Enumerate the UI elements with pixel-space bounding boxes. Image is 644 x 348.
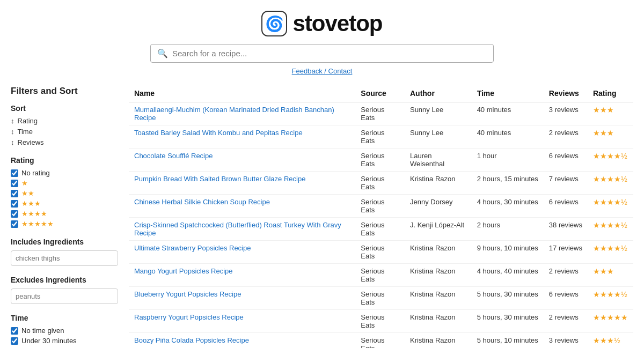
col-author[interactable]: Author (405, 86, 472, 102)
sort-time-arrow: ↕ (11, 128, 14, 136)
recipe-time: 9 hours, 10 minutes (472, 241, 544, 264)
recipe-link[interactable]: Pumpkin Bread With Salted Brown Butter G… (134, 175, 305, 183)
recipe-author: Sunny Lee (405, 102, 472, 125)
recipe-reviews: 2 reviews (544, 310, 588, 333)
rating-1star: ★ (11, 179, 118, 187)
table-row: Pumpkin Bread With Salted Brown Butter G… (129, 172, 633, 195)
sort-time-label: Time (18, 128, 33, 136)
recipe-rating: ★★★★★ (588, 310, 633, 333)
rating-no-rating-checkbox[interactable] (11, 169, 18, 177)
col-name[interactable]: Name (129, 86, 355, 102)
recipes-table: Name Source Author Time Reviews Rating M… (129, 86, 633, 348)
recipe-author: Kristina Razon (405, 172, 472, 195)
rating-2star-stars: ★★ (21, 189, 34, 197)
col-rating[interactable]: Rating (588, 86, 633, 102)
time-no-time-checkbox[interactable] (11, 327, 18, 335)
header: 🌀 stovetop 🔍 Feedback / Contact (0, 0, 644, 80)
recipe-rating: ★★★ (588, 125, 633, 149)
rating-filter-section: Rating No rating ★ ★★ ★★★ ★★★★ (11, 156, 118, 228)
recipe-time: 5 hours, 30 minutes (472, 310, 544, 333)
sort-rating[interactable]: ↕ Rating (11, 117, 118, 125)
sort-reviews-label: Reviews (18, 138, 44, 146)
sort-reviews-arrow: ↕ (11, 138, 14, 146)
recipe-author: J. Kenji López-Alt (405, 218, 472, 241)
recipe-reviews: 6 reviews (544, 195, 588, 218)
recipe-link[interactable]: Chocolate Soufflé Recipe (134, 152, 213, 160)
recipe-rating: ★★★★½ (588, 172, 633, 195)
recipes-table-container: Name Source Author Time Reviews Rating M… (129, 86, 633, 348)
recipe-link[interactable]: Chinese Herbal Silkie Chicken Soup Recip… (134, 198, 270, 206)
recipe-rating: ★★★★½ (588, 218, 633, 241)
rating-filter-label: Rating (11, 156, 118, 165)
recipe-link[interactable]: Toasted Barley Salad With Kombu and Pepi… (134, 129, 303, 137)
recipe-rating: ★★★ (588, 102, 633, 125)
rating-3star-checkbox[interactable] (11, 200, 18, 208)
excludes-section: Excludes Ingredients (11, 276, 118, 304)
rating-3star-stars: ★★★ (21, 199, 41, 208)
time-section: Time No time given Under 30 minutes (11, 314, 118, 345)
recipe-link[interactable]: Blueberry Yogurt Popsicles Recipe (134, 290, 241, 298)
col-time[interactable]: Time (472, 86, 544, 102)
recipe-reviews: 6 reviews (544, 287, 588, 310)
recipe-source: Serious Eats (355, 333, 405, 349)
rating-1star-stars: ★ (21, 179, 28, 187)
sidebar: Filters and Sort Sort ↕ Rating ↕ Time ↕ … (11, 86, 129, 348)
recipe-author: Kristina Razon (405, 333, 472, 349)
table-row: Crisp-Skinned Spatchcocked (Butterflied)… (129, 218, 633, 241)
recipe-rating: ★★★★½ (588, 149, 633, 172)
sort-time[interactable]: ↕ Time (11, 128, 118, 136)
recipe-link[interactable]: Boozy Piña Colada Popsicles Recipe (134, 336, 249, 344)
rating-4star-checkbox[interactable] (11, 210, 18, 218)
sort-section: Sort ↕ Rating ↕ Time ↕ Reviews (11, 104, 118, 146)
rating-1star-checkbox[interactable] (11, 180, 18, 187)
search-input[interactable] (172, 49, 487, 58)
search-icon: 🔍 (157, 48, 168, 58)
time-under-30: Under 30 minutes (11, 337, 118, 345)
recipe-reviews: 2 reviews (544, 264, 588, 287)
recipe-link[interactable]: Mumallaengi-Muchim (Korean Marinated Dri… (134, 106, 334, 122)
recipe-source: Serious Eats (355, 102, 405, 125)
excludes-input[interactable] (11, 288, 118, 304)
recipe-rating: ★★★½ (588, 333, 633, 349)
recipe-link[interactable]: Crisp-Skinned Spatchcocked (Butterflied)… (134, 221, 341, 237)
recipe-reviews: 3 reviews (544, 102, 588, 125)
rating-4star: ★★★★ (11, 210, 118, 218)
table-row: Raspberry Yogurt Popsicles RecipeSerious… (129, 310, 633, 333)
sort-reviews[interactable]: ↕ Reviews (11, 138, 118, 146)
recipe-reviews: 7 reviews (544, 172, 588, 195)
col-source[interactable]: Source (355, 86, 405, 102)
recipe-source: Serious Eats (355, 172, 405, 195)
table-row: Boozy Piña Colada Popsicles RecipeSeriou… (129, 333, 633, 349)
recipe-author: Kristina Razon (405, 241, 472, 264)
recipe-source: Serious Eats (355, 287, 405, 310)
rating-2star-checkbox[interactable] (11, 190, 18, 197)
feedback-link[interactable]: Feedback / Contact (0, 67, 644, 75)
time-under-30-checkbox[interactable] (11, 337, 18, 345)
table-row: Mumallaengi-Muchim (Korean Marinated Dri… (129, 102, 633, 125)
rating-5star: ★★★★★ (11, 220, 118, 228)
excludes-label: Excludes Ingredients (11, 276, 118, 284)
rating-5star-checkbox[interactable] (11, 220, 18, 228)
recipe-source: Serious Eats (355, 241, 405, 264)
recipe-link[interactable]: Mango Yogurt Popsicles Recipe (134, 267, 233, 275)
time-under-30-text: Under 30 minutes (21, 337, 77, 345)
recipe-reviews: 17 reviews (544, 241, 588, 264)
recipe-author: Kristina Razon (405, 287, 472, 310)
recipe-link[interactable]: Raspberry Yogurt Popsicles Recipe (134, 313, 244, 321)
sort-rating-arrow: ↕ (11, 117, 14, 125)
recipe-source: Serious Eats (355, 310, 405, 333)
recipe-time: 4 hours, 30 minutes (472, 195, 544, 218)
recipe-source: Serious Eats (355, 149, 405, 172)
recipe-rating: ★★★★½ (588, 287, 633, 310)
rating-2star: ★★ (11, 189, 118, 197)
rating-no-rating: No rating (11, 169, 118, 177)
recipe-link[interactable]: Ultimate Strawberry Popsicles Recipe (134, 244, 251, 252)
recipe-source: Serious Eats (355, 195, 405, 218)
sidebar-title: Filters and Sort (11, 86, 118, 97)
col-reviews[interactable]: Reviews (544, 86, 588, 102)
recipe-time: 2 hours, 15 minutes (472, 172, 544, 195)
recipe-author: Lauren Weisenthal (405, 149, 472, 172)
includes-input[interactable] (11, 250, 118, 266)
recipe-author: Kristina Razon (405, 310, 472, 333)
recipe-time: 5 hours, 10 minutes (472, 333, 544, 349)
